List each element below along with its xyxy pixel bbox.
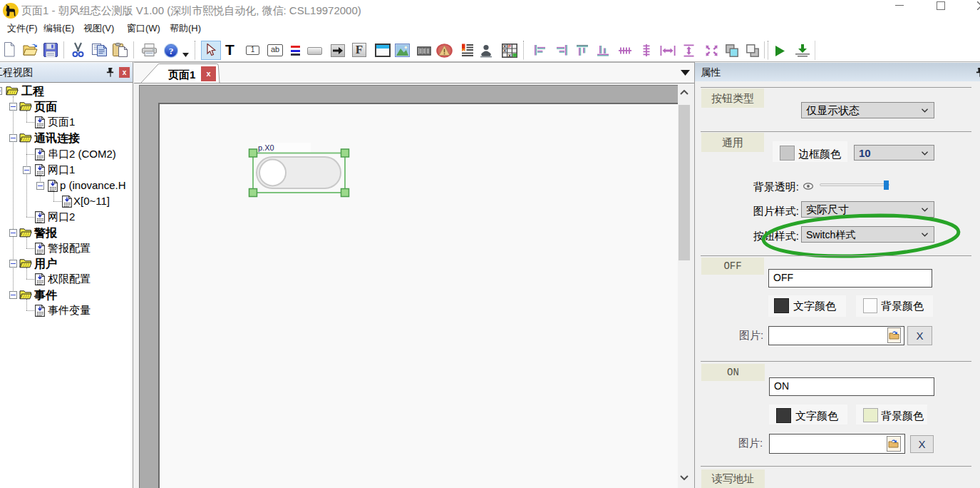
svg-text:X: X [508, 54, 511, 58]
svg-text:?: ? [169, 46, 174, 56]
svg-text:P: P [508, 44, 511, 49]
svg-text:X: X [503, 49, 506, 53]
svg-text:X: X [503, 44, 506, 49]
svg-text:p.X0: p.X0 [258, 143, 274, 152]
